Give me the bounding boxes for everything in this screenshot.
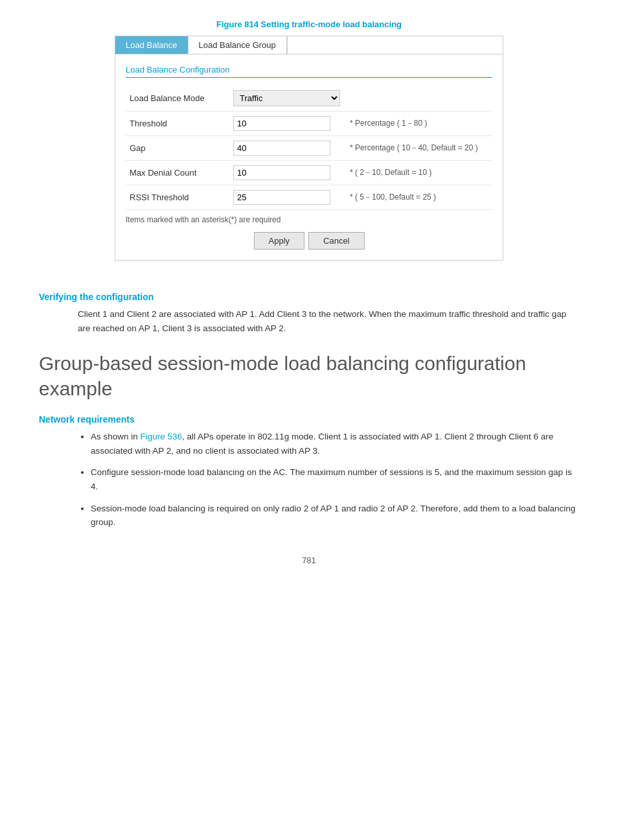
field-input-max-denial <box>229 161 346 185</box>
field-hint-threshold: * Percentage ( 1－80 ) <box>346 111 492 136</box>
form-row-rssi: RSSI Threshold * ( 5－100, Default = 25 ) <box>126 185 492 210</box>
list-item-3: Session-mode load balancing is required … <box>91 502 579 530</box>
field-label-max-denial: Max Denial Count <box>126 161 229 185</box>
network-requirements-heading: Network requirements <box>39 414 579 425</box>
list-item-2-text: Configure session-mode load balancing on… <box>91 467 572 491</box>
tab-spacer <box>287 36 503 54</box>
rssi-threshold-input[interactable] <box>233 190 330 205</box>
figure-536-link[interactable]: Figure 536 <box>141 432 183 441</box>
tab-container: Load Balance Load Balance Group <box>115 36 503 54</box>
page-number: 781 <box>39 555 579 565</box>
network-requirements-list: As shown in Figure 536, all APs operate … <box>91 430 579 530</box>
verifying-heading: Verifying the configuration <box>39 292 579 302</box>
field-hint-max-denial: * ( 2－10, Default = 10 ) <box>346 161 492 185</box>
tab-load-balance[interactable]: Load Balance <box>115 36 189 54</box>
form-row-max-denial: Max Denial Count * ( 2－10, Default = 10 … <box>126 161 492 185</box>
field-label-mode: Load Balance Mode <box>126 86 229 111</box>
list-item-3-text: Session-mode load balancing is required … <box>91 504 575 528</box>
field-label-rssi: RSSI Threshold <box>126 185 229 210</box>
load-balance-mode-select[interactable]: Traffic Session RSSI <box>233 90 340 106</box>
form-row-threshold: Threshold * Percentage ( 1－80 ) <box>126 111 492 136</box>
config-section-title: Load Balance Configuration <box>126 65 492 78</box>
max-denial-count-input[interactable] <box>233 165 330 180</box>
tab-load-balance-group[interactable]: Load Balance Group <box>189 36 287 54</box>
field-hint-mode <box>346 86 492 111</box>
verifying-body: Client 1 and Client 2 are associated wit… <box>78 307 579 335</box>
field-input-threshold <box>229 111 346 136</box>
config-panel: Load Balance Configuration Load Balance … <box>115 54 503 261</box>
figure-caption: Figure 814 Setting traffic-mode load bal… <box>216 19 402 29</box>
field-hint-gap: * Percentage ( 10－40, Default = 20 ) <box>346 136 492 161</box>
config-form-table: Load Balance Mode Traffic Session RSSI T… <box>126 86 492 210</box>
field-input-mode: Traffic Session RSSI <box>229 86 346 111</box>
form-row-mode: Load Balance Mode Traffic Session RSSI <box>126 86 492 111</box>
big-heading: Group-based session-mode load balancing … <box>39 351 579 401</box>
form-row-gap: Gap * Percentage ( 10－40, Default = 20 ) <box>126 136 492 161</box>
list-item-2: Configure session-mode load balancing on… <box>91 465 579 493</box>
button-row: Apply Cancel <box>126 232 492 250</box>
asterisk-note: Items marked with an asterisk(*) are req… <box>126 215 492 224</box>
apply-button[interactable]: Apply <box>254 232 305 250</box>
field-hint-rssi: * ( 5－100, Default = 25 ) <box>346 185 492 210</box>
field-label-threshold: Threshold <box>126 111 229 136</box>
field-label-gap: Gap <box>126 136 229 161</box>
field-input-gap <box>229 136 346 161</box>
threshold-input[interactable] <box>233 116 330 131</box>
field-input-rssi <box>229 185 346 210</box>
gap-input[interactable] <box>233 141 330 156</box>
figure-wrapper: Figure 814 Setting traffic-mode load bal… <box>39 19 579 276</box>
cancel-button[interactable]: Cancel <box>308 232 364 250</box>
list-item-1: As shown in Figure 536, all APs operate … <box>91 430 579 458</box>
